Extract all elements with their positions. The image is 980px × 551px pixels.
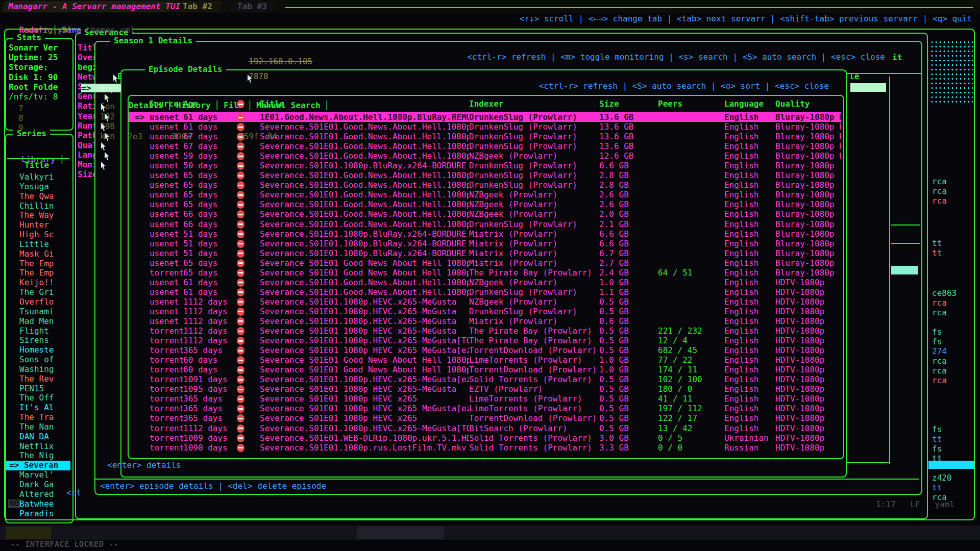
series-list-item[interactable]: Keijo!!	[6, 278, 70, 288]
search-result-row[interactable]: usenet1112 daysSeverance.S01E01.1080p.HE…	[129, 297, 841, 307]
series-list-item[interactable]: The Emp	[6, 259, 70, 269]
cell-rejected	[237, 336, 260, 345]
cell-title: Severance.S01E01.1080p.rus.LostFilm.TV.m…	[260, 443, 469, 453]
col-header-age[interactable]: Age	[183, 99, 237, 109]
cell-quality: Bluray-1080p	[775, 180, 841, 190]
search-result-row[interactable]: usenet65 daysSeverance.S01E01.Good.News.…	[129, 190, 841, 199]
ghost-tab-2[interactable]: Tab #2	[183, 2, 212, 11]
series-list-item[interactable]: The Nig	[6, 451, 70, 461]
series-list-item[interactable]: Altered	[6, 490, 70, 499]
search-result-row[interactable]: usenet65 daysSeverance.S01E01.Good.News.…	[129, 180, 841, 190]
series-list-item[interactable]: Tsunami	[6, 307, 70, 317]
series-list-item[interactable]: Chillin	[6, 202, 70, 211]
search-result-row[interactable]: usenet1112 daysSeverance.S01E01.1080p.HE…	[129, 307, 841, 316]
series-list-item[interactable]: The Off	[6, 393, 70, 403]
series-list-item[interactable]: Dark Ga	[6, 480, 70, 490]
search-result-row[interactable]: usenet61 daysSeverance.S01E01.Good.News.…	[129, 287, 841, 297]
series-list-item[interactable]: The Tra	[6, 413, 70, 422]
series-list-item[interactable]: The Emp	[6, 268, 70, 278]
search-result-row[interactable]: usenet61 daysSeverance.S01E01.Good.News.…	[129, 122, 841, 132]
search-result-row[interactable]: => usenet61 days1E01.Good.News.About.Hel…	[129, 112, 841, 122]
series-list-item[interactable]: Sirens	[6, 336, 70, 345]
ghost-tab-3[interactable]: Tab #3	[237, 2, 267, 11]
series-list-item[interactable]: PEN15	[6, 384, 70, 394]
series-list-item[interactable]: Yosuga	[6, 182, 70, 192]
search-result-row[interactable]: usenet51 daysSeverance.S01E01.1080p.BluR…	[129, 248, 841, 258]
series-list-item[interactable]: Washing	[6, 365, 70, 374]
search-result-row[interactable]: torrent60 daysSeverance S01E01 Good News…	[129, 355, 841, 365]
search-result-row[interactable]: torrent60 daysSeverance S01E01 Good News…	[129, 365, 841, 374]
cell-rejected	[237, 239, 260, 248]
bottombar-ghost-patch	[357, 527, 444, 539]
col-header-title[interactable]: Title	[260, 99, 469, 109]
search-result-row[interactable]: usenet66 daysSeverance.S01E01.Good.News.…	[129, 219, 841, 229]
cell-quality: HDTV-1080p	[775, 433, 841, 443]
ghost-text: 7	[18, 104, 23, 113]
series-list-item[interactable]: => Severan	[6, 461, 70, 470]
rejected-icon	[237, 366, 244, 374]
series-list-item[interactable]: Marvel'	[6, 470, 70, 480]
search-result-row[interactable]: torrent1095 daysSeverance S01E01 1080p H…	[129, 384, 841, 394]
search-result-row[interactable]: usenet50 daysSeverance.S01E01.1080p.BluR…	[129, 161, 841, 170]
search-result-row[interactable]: torrent65 daysSeverance S01E01 Good News…	[129, 268, 841, 278]
series-list-item[interactable]: The Rev	[6, 374, 70, 384]
search-result-row[interactable]: usenet1112 daysSeverance.S01E01.1080p.HE…	[129, 316, 841, 326]
episode-tabs: Details│History│File│Manual Search│	[129, 81, 333, 91]
search-result-row[interactable]: torrent365 daysSeverance S01E01 1080p HE…	[129, 413, 841, 423]
series-list-item[interactable]: Mask Gi	[6, 249, 70, 259]
col-header-indexer[interactable]: Indexer	[469, 99, 599, 109]
series-list-item[interactable]: The Qwa	[6, 192, 70, 202]
cell-age: 60 days	[183, 365, 237, 374]
series-list-item[interactable]: Mad Men	[6, 317, 70, 327]
series-list-item[interactable]: Sons of	[6, 355, 70, 365]
search-result-row[interactable]: usenet51 daysSeverance.S01E01.1080p.BluR…	[129, 239, 841, 248]
cell-title: Severance.S01E01.Good.News.About.Hell.10…	[260, 151, 469, 161]
series-list-item[interactable]: The Nan	[6, 422, 70, 432]
series-list-item[interactable]: The Way	[6, 211, 70, 220]
search-result-row[interactable]: usenet67 daysSeverance.S01E01.Good.News.…	[129, 141, 841, 151]
search-result-row[interactable]: torrent1112 daysSeverance S01E01 1080p H…	[129, 326, 841, 336]
series-list-item[interactable]: Overflo	[6, 297, 70, 307]
col-header-language[interactable]: Language	[724, 99, 775, 109]
col-header-size[interactable]: Size	[599, 99, 658, 109]
search-result-row[interactable]: torrent1091 daysSeverance.S01E01.1080p.H…	[129, 374, 841, 384]
series-list-item[interactable]: High Sc	[6, 230, 70, 240]
search-result-row[interactable]: usenet61 daysSeverance.S01E01.Good.News.…	[129, 278, 841, 287]
search-result-row[interactable]: torrent1112 daysSeverance.S01E01.1080p.H…	[129, 336, 841, 345]
col-header-source[interactable]: Source	[135, 99, 183, 109]
series-list-item[interactable]: Valkyri	[6, 172, 70, 182]
search-result-row[interactable]: torrent1112 daysSeverance.S01E01.1080p.H…	[129, 423, 841, 433]
series-list-item[interactable]: Netflix	[6, 442, 70, 452]
series-list-item[interactable]: Little	[6, 240, 70, 249]
cell-source: torrent	[135, 384, 183, 394]
series-list-item[interactable]: It's Al	[6, 403, 70, 413]
col-header-quality[interactable]: Quality	[775, 99, 846, 109]
search-result-row[interactable]: usenet65 daysSeverance.S01E01.Good.News.…	[129, 170, 841, 180]
cell-age: 60 days	[183, 355, 237, 365]
series-list-item[interactable]: DAN DA	[6, 432, 70, 442]
search-result-row[interactable]: torrent365 daysSeverance S01E01 1080p HE…	[129, 394, 841, 404]
search-result-row[interactable]: usenet66 daysSeverance.S01E01.Good.News.…	[129, 209, 841, 219]
search-result-row[interactable]: torrent365 daysSeverance S01E01 1080p HE…	[129, 345, 841, 355]
cell-size: 13.6 GB	[599, 112, 658, 122]
series-list-item[interactable]: The Gri	[6, 288, 70, 297]
search-result-row[interactable]: usenet59 daysSeverance.S01E01.Good.News.…	[129, 151, 841, 161]
series-list-item[interactable]: Flight	[6, 327, 70, 336]
series-list-item[interactable]: Hunter	[6, 220, 70, 230]
search-result-row[interactable]: torrent365 daysSeverance S01E01 1080p HE…	[129, 404, 841, 413]
search-result-row[interactable]: torrent1009 daysSeverance.S01E01.WEB-DLR…	[129, 433, 841, 443]
series-list-item[interactable]: Homeste	[6, 345, 70, 355]
cell-size: 1.0 GB	[599, 365, 658, 374]
search-result-row[interactable]: usenet65 daysSeverance.S01E01.Good.News.…	[129, 199, 841, 209]
search-result-row[interactable]: usenet67 daysSeverance.S01E01.Good.News.…	[129, 132, 841, 141]
search-result-row[interactable]: usenet51 daysSeverance.S01E01.1080p.BluR…	[129, 229, 841, 239]
cell-quality: Bluray-1080p Re	[775, 141, 841, 151]
rejected-icon	[237, 259, 244, 267]
cell-indexer: NZBgeek (Prowlarr)	[469, 199, 599, 209]
search-results-rows: => usenet61 days1E01.Good.News.About.Hel…	[129, 112, 841, 453]
search-result-row[interactable]: usenet65 daysSeverance S01E01 Good News …	[129, 258, 841, 268]
col-header-peers[interactable]: Peers	[658, 99, 724, 109]
series-list-item[interactable]: Paradis	[6, 509, 70, 519]
search-result-row[interactable]: torrent1090 daysSeverance.S01E01.1080p.r…	[129, 443, 841, 453]
cell-size: 13.6 GB	[599, 132, 658, 141]
